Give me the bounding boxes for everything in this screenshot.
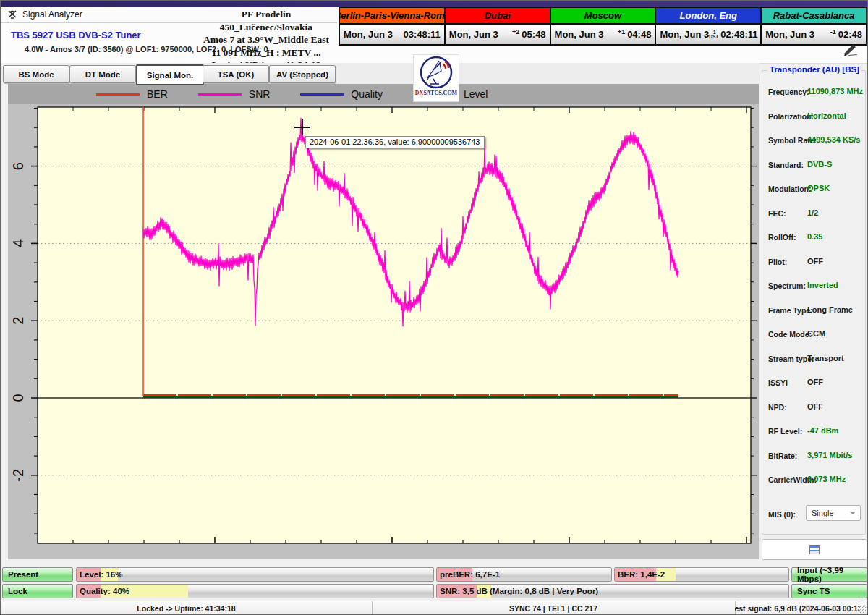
bar-label: preBER: 6,7E-1 [440, 570, 500, 579]
transponder-row-standard: Standard:DVB-S [762, 154, 865, 179]
clock-city-header: Berlin-Paris-Vienna-Roma [340, 8, 444, 25]
clock-time-value: 04:48 [627, 29, 651, 40]
legend-item-ber: BER [96, 88, 168, 100]
field-value: 3,971 Mbit/s [807, 451, 852, 459]
dxsatcs-logo-icon [419, 55, 454, 90]
tab-bs-mode[interactable]: BS Mode [3, 65, 69, 83]
transponder-row-rolloff: RollOff:0.35 [762, 226, 865, 251]
field-value: OFF [807, 257, 823, 266]
y-axis-label-0: 0 [10, 394, 26, 402]
clock-time-row: Mon, Jun 3+205:48 [446, 25, 550, 44]
clock-city-header: Moscow [551, 8, 655, 25]
signal-analyzer-window: Signal Analyzer TBS 5927 USB DVB-S2 Tune… [0, 0, 868, 615]
sync-ts-indicator: Sync TS [791, 584, 867, 598]
transponder-row-issyi: ISSYIOFF [762, 372, 865, 396]
clock-rabat-casablanca: Rabat-CasablancaMon, Jun 3-102:48 [762, 8, 866, 44]
field-label: Code Mode: [768, 330, 812, 339]
tab-dt-mode[interactable]: DT Mode [69, 65, 136, 83]
field-label: RollOff: [768, 233, 796, 242]
bar-label: Quality: 40% [80, 587, 129, 595]
resize-grip[interactable] [859, 606, 866, 613]
transponder-row-spectrum: Spectrum:Inverted [762, 275, 865, 300]
tab-signal-mon-[interactable]: Signal Mon. [136, 64, 204, 85]
field-value: OFF [807, 378, 823, 386]
legend-line-quality [300, 93, 344, 96]
tab-av-stopped-[interactable]: AV (Stopped) [269, 65, 336, 83]
satellite-dish-icon [7, 9, 18, 20]
legend-line-snr [198, 93, 242, 96]
legend-label: Level [464, 88, 488, 100]
snr-bar: SNR: 3,5 dB (Margin: 0,8 dB | Very Poor) [436, 584, 789, 598]
transponder-title: Transponder (AU) [BS] [767, 65, 861, 74]
field-value: 0.35 [807, 232, 822, 241]
bar-label: Level: 16% [80, 570, 122, 579]
stream-list-button[interactable] [762, 539, 867, 560]
field-value: Inverted [807, 281, 838, 289]
lock-indicator: Lock [2, 584, 73, 598]
legend-item-snr: SNR [198, 88, 271, 100]
mis-select[interactable]: Single [806, 505, 861, 521]
field-label: Modulation: [768, 184, 811, 193]
clock-date: Mon, Jun 3 [660, 29, 709, 40]
status-bar: Locked -> Uptime: 41:34:18SYNC 74 | TEI … [1, 601, 868, 615]
field-value: DVB-S [807, 160, 832, 169]
clock-date: Mon, Jun 3 [449, 29, 498, 40]
signal-chart-area[interactable]: 6420-2 [8, 104, 759, 559]
window-title: Signal Analyzer [22, 9, 82, 20]
clock-time-value: 02:48:11 [720, 29, 757, 40]
y-axis-label-2: 2 [10, 317, 26, 325]
clock-time-row: Mon, Jun 3-1DST02:48:11 [656, 25, 760, 44]
field-value: 1/2 [807, 208, 818, 217]
field-value: -47 dBm [807, 426, 838, 435]
transponder-row-rflevel: RF Level:-47 dBm [762, 420, 865, 445]
statusbar-cell-3: Best signal: 6,9 dB (2024-06-03 00:13) [735, 601, 859, 615]
clock-time-value: 03:48:11 [403, 29, 440, 40]
transponder-row-frequency: Frequency:11090,873 MHz [762, 81, 865, 106]
tab-tsa-ok-[interactable]: TSA (OK) [203, 65, 269, 83]
field-label: RF Level: [768, 427, 802, 436]
bar-label: SNR: 3,5 dB (Margin: 0,8 dB | Very Poor) [440, 587, 598, 595]
field-value: Long Frame [807, 305, 853, 314]
mis-select-wrap: Single [806, 505, 861, 521]
input-indicator: Input (~3,99 Mbps) [791, 567, 867, 582]
field-value: QPSK [807, 184, 830, 192]
legend-line-ber [96, 93, 140, 96]
mis-row: MIS (0): Single [762, 504, 865, 527]
signal-chart[interactable]: 6420-2 [8, 104, 759, 559]
transponder-row-bitrate: BitRate:3,971 Mbit/s [762, 445, 865, 470]
transponder-row-frametype: Frame Type:Long Frame [762, 300, 865, 324]
clock-city-header: Rabat-Casablanca [762, 8, 866, 25]
y-axis-label--2: -2 [10, 469, 26, 482]
stream-list-icon [809, 545, 820, 554]
field-label: Spectrum: [768, 281, 806, 290]
field-label: Pilot: [768, 258, 787, 266]
clock-city-header: Dubai [446, 8, 550, 25]
clock-time-row: Mon, Jun 303:48:11 [340, 25, 444, 44]
transponder-row-codemode: Code Mode:CCM [762, 323, 865, 348]
transponder-row-symbolrate: Symbol Rate:4499,534 KS/s [762, 130, 865, 154]
world-clocks-panel: Berlin-Paris-Vienna-RomaMon, Jun 303:48:… [339, 7, 867, 46]
site-line-3: 11 091 MHz_H : METV ... [194, 46, 339, 59]
clock-city-header: London, Eng [656, 8, 760, 25]
legend-label: Quality [351, 88, 383, 100]
field-value: OFF [807, 402, 823, 411]
clock-time-row: Mon, Jun 3+104:48 [551, 25, 655, 44]
clock-date: Mon, Jun 3 [555, 29, 604, 40]
clock-berlin-paris-vienna-roma: Berlin-Paris-Vienna-RomaMon, Jun 303:48:… [340, 8, 446, 44]
legend-item-quality: Quality [300, 88, 383, 100]
clock-offset: -1 [830, 28, 836, 35]
statusbar-cell-2: SYNC 74 | TEI 1 | CC 217 [372, 601, 736, 615]
field-label: FEC: [768, 209, 786, 218]
ber-bar: BER: 1,4E-2 [614, 567, 789, 582]
transponder-row-carrierwidth: CarrierWidth:6,073 MHz [762, 469, 865, 493]
legend-label: BER [147, 88, 168, 100]
clock-date: Mon, Jun 3 [344, 29, 393, 40]
preber-bar: preBER: 6,7E-1 [436, 567, 612, 582]
bar-label: BER: 1,4E-2 [618, 570, 665, 579]
site-line-1: PF Prodelin 450_Lučenec/Slovakia [194, 8, 339, 33]
transponder-row-modulation: Modulation:QPSK [762, 178, 865, 203]
transponder-row-fec: FEC:1/2 [762, 203, 865, 227]
field-label: Standard: [768, 161, 804, 169]
level-bar: Level: 16% [76, 567, 434, 582]
field-label: BitRate: [768, 451, 797, 460]
